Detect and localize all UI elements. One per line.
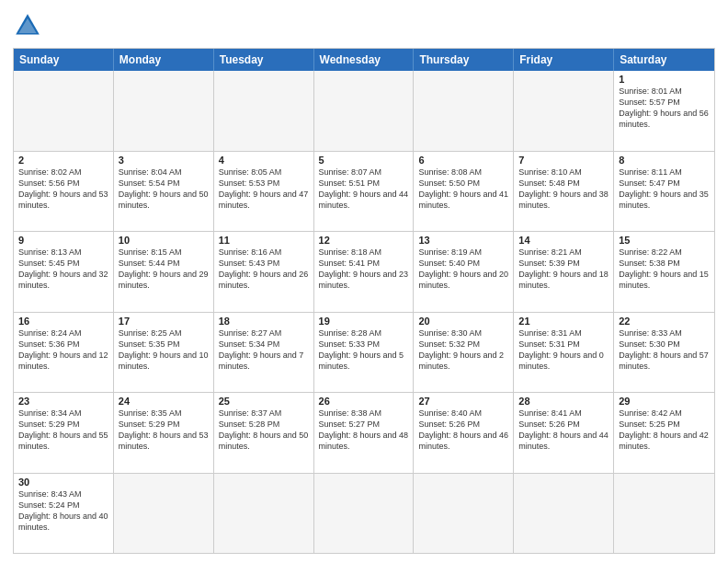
day-info: Sunrise: 8:28 AM Sunset: 5:33 PM Dayligh…: [319, 327, 409, 373]
calendar-row-4: 23Sunrise: 8:34 AM Sunset: 5:29 PM Dayli…: [14, 392, 714, 473]
calendar-cell-r5-c6: [614, 474, 714, 554]
day-number: 20: [418, 316, 508, 327]
day-info: Sunrise: 8:35 AM Sunset: 5:29 PM Dayligh…: [119, 408, 209, 453]
calendar-cell-r2-c5: 14Sunrise: 8:21 AM Sunset: 5:39 PM Dayli…: [514, 232, 614, 312]
calendar-cell-r5-c1: [114, 474, 214, 554]
calendar-cell-r3-c4: 20Sunrise: 8:30 AM Sunset: 5:32 PM Dayli…: [414, 313, 514, 393]
calendar-cell-r4-c3: 26Sunrise: 8:38 AM Sunset: 5:27 PM Dayli…: [314, 393, 415, 473]
day-number: 29: [619, 396, 710, 407]
calendar-cell-r2-c4: 13Sunrise: 8:19 AM Sunset: 5:40 PM Dayli…: [414, 232, 514, 312]
day-number: 6: [418, 155, 508, 166]
day-number: 1: [619, 74, 710, 85]
calendar-cell-r1-c5: 7Sunrise: 8:10 AM Sunset: 5:48 PM Daylig…: [514, 152, 614, 232]
weekday-header-tuesday: Tuesday: [214, 49, 314, 71]
day-info: Sunrise: 8:37 AM Sunset: 5:28 PM Dayligh…: [219, 408, 309, 453]
calendar-cell-r1-c6: 8Sunrise: 8:11 AM Sunset: 5:47 PM Daylig…: [614, 152, 714, 232]
calendar-cell-r0-c2: [214, 71, 314, 151]
day-number: 23: [18, 396, 108, 407]
calendar-cell-r4-c5: 28Sunrise: 8:41 AM Sunset: 5:26 PM Dayli…: [514, 393, 614, 473]
calendar-row-1: 2Sunrise: 8:02 AM Sunset: 5:56 PM Daylig…: [14, 151, 714, 232]
day-info: Sunrise: 8:27 AM Sunset: 5:34 PM Dayligh…: [219, 327, 309, 373]
calendar-cell-r3-c5: 21Sunrise: 8:31 AM Sunset: 5:31 PM Dayli…: [514, 313, 614, 393]
calendar-cell-r0-c3: [314, 71, 415, 151]
weekday-header-friday: Friday: [514, 49, 614, 71]
calendar-cell-r0-c4: [414, 71, 514, 151]
calendar-cell-r4-c4: 27Sunrise: 8:40 AM Sunset: 5:26 PM Dayli…: [414, 393, 514, 473]
calendar-cell-r4-c0: 23Sunrise: 8:34 AM Sunset: 5:29 PM Dayli…: [14, 393, 114, 473]
page: SundayMondayTuesdayWednesdayThursdayFrid…: [0, 0, 728, 563]
day-info: Sunrise: 8:15 AM Sunset: 5:44 PM Dayligh…: [119, 247, 209, 292]
calendar-cell-r4-c6: 29Sunrise: 8:42 AM Sunset: 5:25 PM Dayli…: [614, 393, 714, 473]
calendar-cell-r3-c1: 17Sunrise: 8:25 AM Sunset: 5:35 PM Dayli…: [114, 313, 214, 393]
day-info: Sunrise: 8:13 AM Sunset: 5:45 PM Dayligh…: [18, 247, 108, 292]
day-number: 14: [518, 235, 609, 246]
weekday-header-thursday: Thursday: [414, 49, 514, 71]
header: [13, 11, 715, 40]
weekday-header-saturday: Saturday: [614, 49, 714, 71]
weekday-header-sunday: Sunday: [14, 49, 114, 71]
calendar-cell-r5-c5: [514, 474, 614, 554]
calendar-cell-r3-c3: 19Sunrise: 8:28 AM Sunset: 5:33 PM Dayli…: [314, 313, 415, 393]
calendar-cell-r1-c3: 5Sunrise: 8:07 AM Sunset: 5:51 PM Daylig…: [314, 152, 415, 232]
day-number: 28: [518, 396, 609, 407]
day-info: Sunrise: 8:21 AM Sunset: 5:39 PM Dayligh…: [518, 247, 609, 292]
day-info: Sunrise: 8:24 AM Sunset: 5:36 PM Dayligh…: [18, 327, 108, 373]
day-number: 16: [18, 316, 108, 327]
calendar-cell-r0-c6: 1Sunrise: 8:01 AM Sunset: 5:57 PM Daylig…: [614, 71, 714, 151]
calendar-row-5: 30Sunrise: 8:43 AM Sunset: 5:24 PM Dayli…: [14, 473, 714, 554]
day-info: Sunrise: 8:41 AM Sunset: 5:26 PM Dayligh…: [518, 408, 609, 453]
calendar-cell-r4-c2: 25Sunrise: 8:37 AM Sunset: 5:28 PM Dayli…: [214, 393, 314, 473]
calendar-cell-r0-c5: [514, 71, 614, 151]
day-number: 22: [619, 316, 710, 327]
day-number: 18: [219, 316, 309, 327]
day-number: 26: [319, 396, 409, 407]
day-number: 13: [418, 235, 508, 246]
calendar-row-0: 1Sunrise: 8:01 AM Sunset: 5:57 PM Daylig…: [14, 71, 714, 151]
day-number: 15: [619, 235, 710, 246]
day-number: 3: [119, 155, 209, 166]
day-info: Sunrise: 8:01 AM Sunset: 5:57 PM Dayligh…: [619, 86, 710, 131]
day-number: 4: [219, 155, 309, 166]
day-info: Sunrise: 8:38 AM Sunset: 5:27 PM Dayligh…: [319, 408, 409, 453]
day-number: 30: [18, 477, 108, 488]
day-number: 19: [319, 316, 409, 327]
calendar-cell-r3-c0: 16Sunrise: 8:24 AM Sunset: 5:36 PM Dayli…: [14, 313, 114, 393]
day-info: Sunrise: 8:22 AM Sunset: 5:38 PM Dayligh…: [619, 247, 710, 292]
day-info: Sunrise: 8:31 AM Sunset: 5:31 PM Dayligh…: [518, 327, 609, 373]
calendar-cell-r5-c0: 30Sunrise: 8:43 AM Sunset: 5:24 PM Dayli…: [14, 474, 114, 554]
day-info: Sunrise: 8:04 AM Sunset: 5:54 PM Dayligh…: [119, 167, 209, 212]
day-number: 8: [619, 155, 710, 166]
calendar-cell-r1-c2: 4Sunrise: 8:05 AM Sunset: 5:53 PM Daylig…: [214, 152, 314, 232]
day-number: 25: [219, 396, 309, 407]
calendar-cell-r5-c3: [314, 474, 415, 554]
day-info: Sunrise: 8:16 AM Sunset: 5:43 PM Dayligh…: [219, 247, 309, 292]
day-number: 11: [219, 235, 309, 246]
calendar-body: 1Sunrise: 8:01 AM Sunset: 5:57 PM Daylig…: [14, 71, 714, 553]
logo: [13, 11, 46, 40]
day-info: Sunrise: 8:07 AM Sunset: 5:51 PM Dayligh…: [319, 167, 409, 212]
calendar-row-2: 9Sunrise: 8:13 AM Sunset: 5:45 PM Daylig…: [14, 231, 714, 312]
day-number: 21: [518, 316, 609, 327]
day-info: Sunrise: 8:25 AM Sunset: 5:35 PM Dayligh…: [119, 327, 209, 373]
calendar-cell-r3-c6: 22Sunrise: 8:33 AM Sunset: 5:30 PM Dayli…: [614, 313, 714, 393]
calendar-cell-r2-c1: 10Sunrise: 8:15 AM Sunset: 5:44 PM Dayli…: [114, 232, 214, 312]
calendar: SundayMondayTuesdayWednesdayThursdayFrid…: [13, 48, 715, 554]
calendar-cell-r5-c2: [214, 474, 314, 554]
day-number: 27: [418, 396, 508, 407]
day-info: Sunrise: 8:40 AM Sunset: 5:26 PM Dayligh…: [418, 408, 508, 453]
day-info: Sunrise: 8:33 AM Sunset: 5:30 PM Dayligh…: [619, 327, 710, 373]
day-info: Sunrise: 8:30 AM Sunset: 5:32 PM Dayligh…: [418, 327, 508, 373]
calendar-cell-r4-c1: 24Sunrise: 8:35 AM Sunset: 5:29 PM Dayli…: [114, 393, 214, 473]
calendar-cell-r2-c0: 9Sunrise: 8:13 AM Sunset: 5:45 PM Daylig…: [14, 232, 114, 312]
calendar-cell-r0-c0: [14, 71, 114, 151]
day-number: 12: [319, 235, 409, 246]
day-info: Sunrise: 8:19 AM Sunset: 5:40 PM Dayligh…: [418, 247, 508, 292]
day-info: Sunrise: 8:34 AM Sunset: 5:29 PM Dayligh…: [18, 408, 108, 453]
weekday-header-monday: Monday: [114, 49, 214, 71]
day-number: 24: [119, 396, 209, 407]
calendar-cell-r2-c6: 15Sunrise: 8:22 AM Sunset: 5:38 PM Dayli…: [614, 232, 714, 312]
day-info: Sunrise: 8:10 AM Sunset: 5:48 PM Dayligh…: [518, 167, 609, 212]
weekday-header-wednesday: Wednesday: [314, 49, 415, 71]
day-number: 7: [518, 155, 609, 166]
day-number: 2: [18, 155, 108, 166]
